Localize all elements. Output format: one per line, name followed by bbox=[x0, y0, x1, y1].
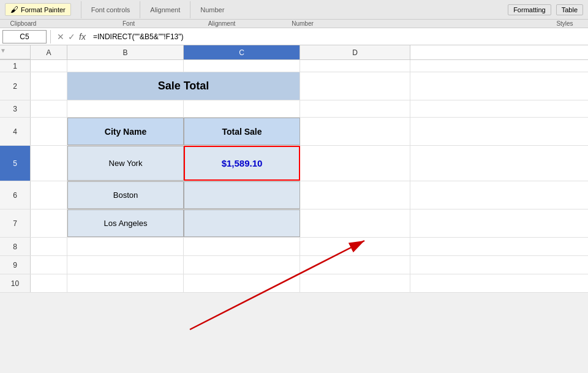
row-header-2: 2 bbox=[0, 72, 31, 100]
cell-boston[interactable]: Boston bbox=[67, 181, 184, 209]
cell-c9[interactable] bbox=[184, 256, 300, 274]
row-6: 6 Boston bbox=[0, 181, 588, 209]
cell-sale-total[interactable]: Sale Total bbox=[67, 72, 300, 100]
cell-a7[interactable] bbox=[31, 209, 67, 237]
format-painter-btn[interactable]: 🖌 Format Painter bbox=[5, 3, 71, 16]
name-box[interactable] bbox=[2, 30, 47, 43]
row-header-3: 3 bbox=[0, 100, 31, 117]
ribbon-labels: Clipboard Font Alignment Number Styles bbox=[0, 20, 588, 28]
cell-b10[interactable] bbox=[67, 274, 184, 292]
ribbon-divider-3 bbox=[190, 1, 190, 18]
spreadsheet: ▼ A B C D 1 2 Sale Total 3 bbox=[0, 45, 588, 293]
row-header-8: 8 bbox=[0, 238, 31, 255]
cell-d1[interactable] bbox=[300, 60, 410, 72]
cell-b9[interactable] bbox=[67, 256, 184, 274]
cell-d6[interactable] bbox=[300, 181, 410, 209]
cell-d10[interactable] bbox=[300, 274, 410, 292]
formula-bar-separator bbox=[50, 30, 51, 43]
styles-label: Styles bbox=[546, 20, 583, 27]
cell-new-york[interactable]: New York bbox=[67, 146, 184, 181]
cell-b8[interactable] bbox=[67, 238, 184, 255]
ribbon-divider-2 bbox=[140, 1, 140, 18]
paintbrush-icon: 🖌 bbox=[10, 5, 18, 14]
cancel-icon[interactable]: ✕ bbox=[57, 32, 64, 42]
alignment-label: Alignment bbox=[203, 20, 240, 27]
row-2: 2 Sale Total bbox=[0, 72, 588, 100]
header-corner: ▼ bbox=[0, 45, 31, 59]
col-header-b[interactable]: B bbox=[67, 45, 184, 59]
row-4: 4 City Name Total Sale bbox=[0, 118, 588, 146]
format-painter-label: Format Painter bbox=[21, 6, 66, 13]
ribbon-divider-1 bbox=[81, 1, 81, 18]
row-header-10: 10 bbox=[0, 274, 31, 292]
number-label: Number bbox=[284, 20, 321, 27]
cell-c8[interactable] bbox=[184, 238, 300, 255]
col-header-d[interactable]: D bbox=[300, 45, 410, 59]
cell-a9[interactable] bbox=[31, 256, 67, 274]
cell-total-sale-header[interactable]: Total Sale bbox=[184, 118, 300, 145]
column-headers: ▼ A B C D bbox=[0, 45, 588, 60]
cell-d5[interactable] bbox=[300, 146, 410, 181]
formula-bar: ✕ ✓ fx bbox=[0, 28, 588, 45]
row-5: 5 New York $1,589.10 bbox=[0, 146, 588, 181]
row-header-5: 5 bbox=[0, 146, 31, 181]
cell-boston-value[interactable] bbox=[184, 181, 300, 209]
confirm-icon[interactable]: ✓ bbox=[68, 32, 75, 42]
cell-los-angeles[interactable]: Los Angeles bbox=[67, 209, 184, 237]
cell-d7[interactable] bbox=[300, 209, 410, 237]
row-header-7: 7 bbox=[0, 209, 31, 237]
alignment-group-placeholder: Alignment bbox=[150, 6, 180, 13]
table-button[interactable]: Table bbox=[556, 4, 583, 15]
ribbon-right: Formatting Table bbox=[508, 4, 583, 15]
col-header-c[interactable]: C bbox=[184, 45, 300, 59]
cell-a10[interactable] bbox=[31, 274, 67, 292]
cell-los-angeles-value[interactable] bbox=[184, 209, 300, 237]
cell-d9[interactable] bbox=[300, 256, 410, 274]
cell-a6[interactable] bbox=[31, 181, 67, 209]
formatting-button[interactable]: Formatting bbox=[508, 4, 551, 15]
row-header-4: 4 bbox=[0, 118, 31, 145]
row-header-1: 1 bbox=[0, 60, 31, 72]
row-3: 3 bbox=[0, 100, 588, 118]
row-header-6: 6 bbox=[0, 181, 31, 209]
row-10: 10 bbox=[0, 274, 588, 293]
cell-d4[interactable] bbox=[300, 118, 410, 145]
cell-a8[interactable] bbox=[31, 238, 67, 255]
cell-city-name-header[interactable]: City Name bbox=[67, 118, 184, 145]
cell-c1[interactable] bbox=[184, 60, 300, 72]
row-7: 7 Los Angeles bbox=[0, 209, 588, 238]
ribbon: 🖌 Format Painter Font controls Alignment… bbox=[0, 0, 588, 20]
cell-new-york-value[interactable]: $1,589.10 bbox=[184, 146, 300, 181]
font-group-placeholder: Font controls bbox=[91, 6, 130, 13]
cell-b1[interactable] bbox=[67, 60, 184, 72]
cell-b3[interactable] bbox=[67, 100, 184, 117]
grid-wrapper: 1 2 Sale Total 3 4 City Name Total Sale bbox=[0, 60, 588, 293]
row-8: 8 bbox=[0, 238, 588, 256]
cell-d8[interactable] bbox=[300, 238, 410, 255]
font-label: Font bbox=[110, 20, 147, 27]
function-icon[interactable]: fx bbox=[79, 32, 86, 42]
cell-d2[interactable] bbox=[300, 72, 410, 100]
cell-a4[interactable] bbox=[31, 118, 67, 145]
row-header-9: 9 bbox=[0, 256, 31, 274]
col-header-a[interactable]: A bbox=[31, 45, 67, 59]
cell-a2[interactable] bbox=[31, 72, 67, 100]
cell-d3[interactable] bbox=[300, 100, 410, 117]
row-9: 9 bbox=[0, 256, 588, 274]
formula-input[interactable] bbox=[91, 30, 586, 43]
number-group-placeholder: Number bbox=[200, 6, 224, 13]
row-1: 1 bbox=[0, 60, 588, 72]
cell-a1[interactable] bbox=[31, 60, 67, 72]
cell-a5[interactable] bbox=[31, 146, 67, 181]
cell-c3[interactable] bbox=[184, 100, 300, 117]
formula-icons: ✕ ✓ fx bbox=[55, 32, 88, 42]
cell-c10[interactable] bbox=[184, 274, 300, 292]
clipboard-label: Clipboard bbox=[5, 20, 42, 27]
cell-a3[interactable] bbox=[31, 100, 67, 117]
